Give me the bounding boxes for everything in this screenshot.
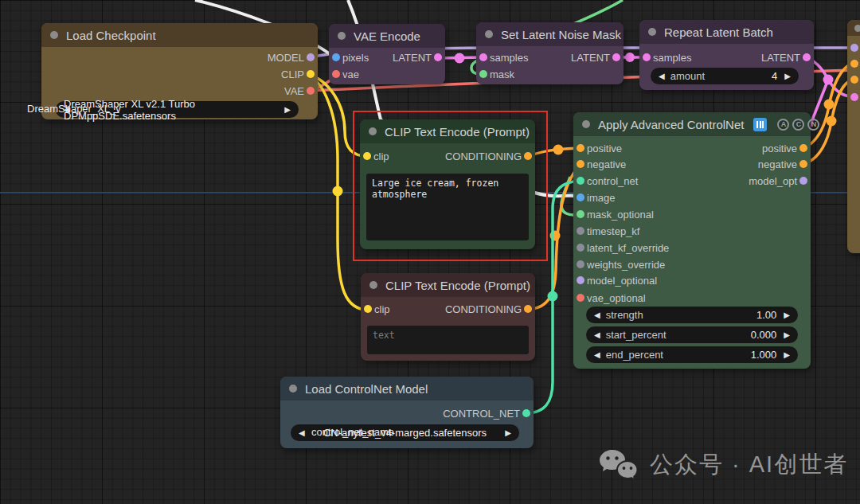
output-conditioning[interactable]: CONDITIONING [360, 148, 535, 164]
output-positive[interactable]: positive [573, 140, 811, 156]
reroute-dot-latent-2[interactable] [625, 53, 635, 62]
vae-slot-dot[interactable] [577, 294, 584, 302]
node-header[interactable]: Load ControlNet Model [280, 377, 534, 400]
input-vae[interactable]: vae [329, 66, 445, 82]
input-positive[interactable] [847, 56, 860, 72]
optional-slot-dot[interactable] [577, 227, 584, 235]
node-load-checkpoint[interactable]: Load Checkpoint MODEL CLIP VAE ◀ DreamSh… [41, 23, 318, 119]
prompt-textarea[interactable]: Large ice cream, frozen atmosphere [366, 174, 529, 240]
conditioning-slot-dot[interactable] [850, 76, 858, 84]
input-vae-optional[interactable]: vae_optional [573, 290, 811, 306]
collapse-dot-icon[interactable] [369, 127, 377, 135]
output-latent[interactable]: LATENT [639, 49, 814, 65]
output-negative[interactable]: negative [573, 156, 811, 172]
collapse-dot-icon[interactable] [582, 120, 590, 128]
node-header[interactable]: Load Checkpoint [41, 23, 318, 47]
collapse-dot-icon[interactable] [854, 25, 860, 32]
combo-next-icon[interactable]: ▶ [505, 428, 511, 437]
node-load-controlnet-model[interactable]: Load ControlNet Model CONTROL_NET ◀ cont… [280, 377, 534, 448]
clip-slot-dot[interactable] [307, 70, 315, 78]
vae-slot-dot[interactable] [307, 87, 315, 95]
node-set-latent-noise-mask[interactable]: Set Latent Noise Mask samples mask LATEN… [476, 22, 624, 84]
node-repeat-latent-batch[interactable]: Repeat Latent Batch samples LATENT ◀ amo… [639, 20, 814, 90]
model-slot-dot[interactable] [799, 177, 807, 185]
latent-slot-dot[interactable] [850, 93, 858, 101]
input-image[interactable]: image [573, 189, 811, 205]
node-header[interactable]: Repeat Latent Batch [639, 20, 814, 44]
image-slot-dot[interactable] [577, 193, 584, 201]
combo-prev-icon[interactable]: ◀ [299, 428, 305, 437]
collapse-dot-icon[interactable] [338, 32, 346, 40]
node-apply-advanced-controlnet[interactable]: Apply Advanced ControlNet A C N positive… [573, 112, 811, 369]
model-slot-dot[interactable] [307, 53, 315, 61]
stepper-increment-icon[interactable]: ▶ [784, 330, 790, 339]
node-header[interactable]: CLIP Text Encode (Prompt) [361, 273, 535, 297]
collapse-dot-icon[interactable] [648, 28, 656, 36]
output-clip[interactable]: CLIP [41, 66, 318, 82]
optional-slot-dot[interactable] [577, 260, 584, 268]
ckpt-name-combo[interactable]: ◀ DreamShaper_XL_v DreamShaper XL v2.1 T… [56, 101, 299, 118]
control-net-slot-dot[interactable] [522, 409, 530, 417]
output-control-net[interactable]: CONTROL_NET [280, 405, 534, 421]
start-percent-stepper[interactable]: ◀ start_percent 0.000 ▶ [586, 326, 798, 343]
output-vae[interactable]: VAE [41, 83, 318, 99]
mask-slot-dot[interactable] [479, 70, 487, 78]
input-model-optional[interactable]: model_optional [573, 272, 811, 288]
node-header[interactable]: VAE Encode [329, 24, 445, 48]
latent-slot-dot[interactable] [434, 53, 442, 61]
reroute-dot-latent-3[interactable] [823, 75, 834, 85]
prompt-textarea[interactable]: text [367, 326, 529, 354]
reroute-dot-acn-pos[interactable] [824, 100, 835, 110]
conditioning-slot-dot[interactable] [799, 144, 807, 152]
reroute-dot-positive[interactable] [553, 145, 564, 155]
node-ksampler-partial[interactable] [847, 20, 860, 253]
output-conditioning[interactable]: CONDITIONING [361, 301, 535, 317]
input-negative[interactable] [847, 72, 860, 88]
node-header[interactable]: Set Latent Noise Mask [476, 22, 624, 46]
stepper-decrement-icon[interactable]: ◀ [659, 72, 665, 80]
reroute-dot-acn-neg[interactable] [827, 116, 837, 127]
output-model[interactable]: MODEL [41, 49, 318, 65]
controlnet-name-combo[interactable]: ◀ control_net_name CN-anytest_v4-marged.… [291, 424, 519, 441]
node-vae-encode[interactable]: VAE Encode pixels vae LATENT [329, 24, 445, 84]
input-mask[interactable]: mask [476, 66, 624, 82]
reroute-dot-control-net[interactable] [548, 291, 558, 302]
model-slot-dot[interactable] [577, 276, 584, 284]
stepper-increment-icon[interactable]: ▶ [784, 72, 791, 80]
collapse-dot-icon[interactable] [289, 385, 297, 393]
vae-slot-dot[interactable] [332, 70, 340, 78]
latent-slot-dot[interactable] [612, 53, 620, 61]
collapse-dot-icon[interactable] [485, 30, 493, 38]
reroute-dot-latent-1[interactable] [455, 53, 465, 64]
input-mask-optional[interactable]: mask_optional [573, 206, 811, 222]
input-timestep-kf[interactable]: timestep_kf [573, 223, 811, 239]
collapse-dot-icon[interactable] [50, 31, 58, 39]
conditioning-slot-dot[interactable] [524, 305, 532, 313]
node-graph-canvas[interactable]: Load Checkpoint MODEL CLIP VAE ◀ DreamSh… [0, 0, 860, 504]
input-latent-kf-override[interactable]: latent_kf_override [573, 240, 811, 256]
input-latent-image[interactable] [847, 89, 860, 105]
node-header[interactable]: Apply Advanced ControlNet A C N [573, 112, 811, 136]
node-clip-text-encode-positive[interactable]: CLIP Text Encode (Prompt) clip CONDITION… [360, 119, 535, 249]
stepper-increment-icon[interactable]: ▶ [784, 311, 790, 319]
mask-slot-dot[interactable] [577, 210, 584, 218]
stepper-decrement-icon[interactable]: ◀ [594, 330, 600, 339]
model-slot-dot[interactable] [850, 44, 858, 52]
collapse-dot-icon[interactable] [369, 281, 377, 289]
strength-stepper[interactable]: ◀ strength 1.00 ▶ [586, 307, 798, 323]
node-header[interactable] [847, 20, 860, 36]
latent-slot-dot[interactable] [803, 53, 811, 61]
end-percent-stepper[interactable]: ◀ end_percent 1.000 ▶ [586, 346, 798, 363]
amount-stepper[interactable]: ◀ amount 4 ▶ [651, 68, 799, 84]
conditioning-slot-dot[interactable] [799, 160, 807, 168]
output-latent[interactable]: LATENT [329, 49, 445, 65]
conditioning-slot-dot[interactable] [850, 60, 858, 68]
output-model-opt[interactable]: model_opt [573, 173, 811, 189]
node-header[interactable]: CLIP Text Encode (Prompt) [360, 119, 535, 143]
reroute-dot-clip[interactable] [333, 186, 343, 197]
node-clip-text-encode-negative[interactable]: CLIP Text Encode (Prompt) clip CONDITION… [361, 273, 535, 361]
conditioning-slot-dot[interactable] [524, 152, 532, 160]
input-model[interactable] [847, 40, 860, 56]
stepper-increment-icon[interactable]: ▶ [784, 350, 790, 359]
stepper-decrement-icon[interactable]: ◀ [594, 350, 600, 359]
